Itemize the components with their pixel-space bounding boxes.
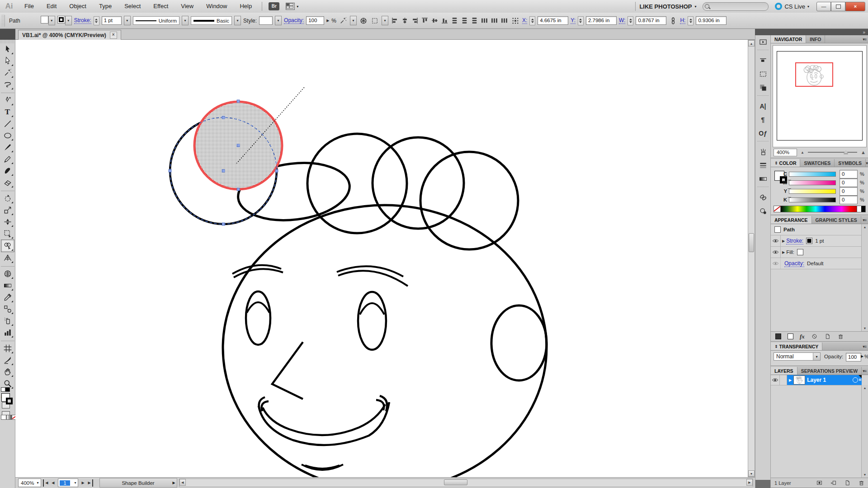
none-swatch[interactable] bbox=[774, 206, 781, 212]
nose-path[interactable] bbox=[272, 342, 303, 399]
opacity-panel-link[interactable]: Opacity: bbox=[284, 17, 304, 24]
menu-item[interactable]: Type bbox=[93, 0, 118, 13]
fill-color-swatch[interactable] bbox=[797, 249, 803, 255]
mini-fill-icon[interactable] bbox=[1, 387, 5, 392]
panel-menu-icon[interactable]: ▾≡ bbox=[863, 367, 868, 375]
new-sublayer-icon[interactable] bbox=[830, 479, 837, 486]
scroll-down-icon[interactable]: ▼ bbox=[863, 326, 867, 330]
zoom-slider-thumb[interactable] bbox=[844, 150, 848, 154]
x-value[interactable]: 4.6675 in bbox=[538, 16, 568, 25]
align-right-icon[interactable] bbox=[410, 16, 419, 25]
align-h-center-icon[interactable] bbox=[401, 16, 409, 25]
opacity-attr-link[interactable]: Opacity: bbox=[784, 260, 804, 267]
white-swatch[interactable] bbox=[857, 206, 861, 212]
w-label[interactable]: W: bbox=[619, 17, 625, 24]
tab-symbols[interactable]: SYMBOLS bbox=[835, 159, 866, 167]
tab-swatches[interactable]: SWATCHES bbox=[800, 159, 835, 167]
menu-item[interactable]: File bbox=[18, 0, 40, 13]
align-left-icon[interactable] bbox=[391, 16, 399, 25]
w-stepper[interactable] bbox=[627, 16, 633, 25]
popup-arrow-icon[interactable]: ▶ bbox=[326, 19, 329, 23]
stroke-weight-value[interactable]: 1 pt bbox=[102, 16, 122, 25]
h-stepper[interactable] bbox=[688, 16, 693, 25]
close-button[interactable]: × bbox=[845, 2, 865, 11]
new-layer-icon[interactable] bbox=[844, 479, 851, 486]
scroll-down-icon[interactable]: ▼ bbox=[863, 473, 867, 477]
layer-lock-toggle[interactable] bbox=[780, 375, 787, 385]
slider-thumb[interactable] bbox=[788, 202, 791, 206]
previous-artboard-icon[interactable]: ◀ bbox=[49, 479, 57, 487]
align-top-icon[interactable] bbox=[420, 16, 429, 25]
zoom-out-icon[interactable]: ▲ bbox=[801, 150, 804, 155]
add-new-stroke-icon[interactable] bbox=[775, 333, 781, 339]
layer-target-icon[interactable] bbox=[853, 377, 858, 383]
menu-item[interactable]: View bbox=[175, 0, 200, 13]
mini-stroke-icon[interactable] bbox=[5, 387, 10, 392]
artboard-canvas[interactable] bbox=[15, 40, 748, 477]
black-swatch[interactable] bbox=[861, 206, 865, 212]
menu-item[interactable]: Edit bbox=[40, 0, 63, 13]
chevron-down-icon[interactable]: ▾ bbox=[350, 16, 357, 25]
panel-grip[interactable] bbox=[1, 15, 5, 27]
expand-icon[interactable]: ▶ bbox=[782, 239, 785, 243]
layers-scrollbar[interactable]: ▲ ▼ bbox=[861, 385, 868, 478]
appearance-item-row[interactable]: Path bbox=[771, 224, 862, 235]
visibility-eye-icon[interactable] bbox=[771, 235, 781, 246]
appearance-scrollbar[interactable]: ▲ ▼ bbox=[861, 224, 868, 331]
appearance-stroke-row[interactable]: ▶ Stroke: 1 pt bbox=[771, 235, 862, 247]
h-value[interactable]: 0.9306 in bbox=[696, 16, 726, 25]
align-v-center-icon[interactable] bbox=[430, 16, 439, 25]
x-label[interactable]: X: bbox=[522, 17, 527, 24]
current-tool-status[interactable]: Shape Builder ▶ bbox=[99, 478, 177, 488]
next-artboard-icon[interactable]: ▶ bbox=[80, 479, 87, 487]
tab-separations-preview[interactable]: SEPARATIONS PREVIEW bbox=[797, 367, 862, 375]
channel-slider[interactable] bbox=[789, 180, 836, 185]
scroll-right-icon[interactable]: ▶ bbox=[746, 479, 753, 486]
horizontal-scrollbar[interactable]: ◀ ▶ bbox=[179, 479, 753, 487]
menu-item[interactable]: Effect bbox=[147, 0, 175, 13]
first-artboard-icon[interactable]: ◀ bbox=[43, 479, 49, 487]
document-tab[interactable]: VB1.ai* @ 400% (CMYK/Preview) × bbox=[18, 30, 121, 40]
head-path[interactable] bbox=[223, 205, 547, 477]
layer-row[interactable]: ▶ Layer 1 bbox=[771, 375, 862, 385]
arrange-documents-button[interactable]: ▾ bbox=[286, 3, 298, 10]
recolor-artwork-icon[interactable] bbox=[359, 16, 368, 25]
navigator-preview[interactable] bbox=[773, 45, 867, 147]
clear-appearance-icon[interactable] bbox=[811, 333, 818, 340]
visibility-eye-icon[interactable] bbox=[771, 258, 781, 269]
toolbar-separator[interactable] bbox=[1, 338, 14, 341]
channel-value[interactable]: 0 bbox=[840, 178, 858, 187]
style-value[interactable] bbox=[259, 16, 273, 25]
tools-panel-grip[interactable] bbox=[0, 40, 15, 43]
tab-navigator[interactable]: NAVIGATOR bbox=[771, 35, 806, 43]
chin-path[interactable] bbox=[302, 465, 343, 470]
h-label[interactable]: H: bbox=[680, 17, 685, 24]
navigator-zoom-value[interactable]: 400% bbox=[774, 149, 797, 156]
channel-slider[interactable] bbox=[789, 197, 836, 202]
blend-mode-select[interactable]: Normal ▾ bbox=[774, 352, 821, 361]
collapse-panels-bar[interactable]: » bbox=[755, 29, 868, 35]
stroke-box[interactable] bbox=[6, 398, 13, 404]
cs-live-button[interactable]: CS Live ▾ bbox=[775, 3, 809, 10]
channel-value[interactable]: 0 bbox=[840, 187, 858, 196]
last-artboard-icon[interactable]: ▶ bbox=[87, 479, 93, 487]
mouth-paths[interactable] bbox=[259, 396, 389, 445]
dock-separator[interactable] bbox=[757, 187, 769, 190]
navigator-zoom-slider[interactable] bbox=[808, 152, 857, 153]
zoom-in-icon[interactable]: ▲ bbox=[861, 150, 866, 155]
distribute-v-center-icon[interactable] bbox=[460, 16, 469, 25]
distribute-right-icon[interactable] bbox=[500, 16, 509, 25]
constrain-proportions-icon[interactable] bbox=[669, 16, 678, 25]
layer-name[interactable]: Layer 1 bbox=[807, 377, 826, 383]
hair-curl-path[interactable] bbox=[307, 134, 407, 233]
gradient-mode-button[interactable] bbox=[6, 415, 12, 420]
x-stepper[interactable] bbox=[529, 16, 535, 25]
channel-value[interactable]: 0 bbox=[840, 170, 858, 178]
color-spectrum-bar[interactable] bbox=[774, 206, 866, 212]
stroke-weight-stepper[interactable] bbox=[94, 16, 99, 25]
scroll-up-icon[interactable]: ▲ bbox=[863, 386, 867, 390]
y-stepper[interactable] bbox=[578, 16, 584, 25]
chevron-down-icon[interactable]: ▾ bbox=[234, 16, 241, 25]
duplicate-item-icon[interactable] bbox=[824, 333, 831, 340]
expand-icon[interactable]: ▶ bbox=[782, 250, 785, 254]
